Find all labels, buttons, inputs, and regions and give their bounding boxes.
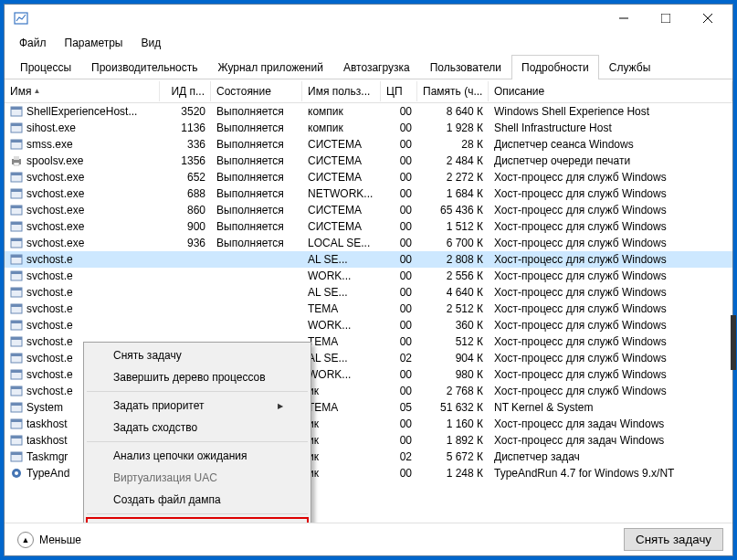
- process-name: svchost.e: [26, 335, 73, 348]
- cm-priority[interactable]: Задать приоритет: [86, 395, 309, 417]
- col-name[interactable]: Имя▲: [5, 81, 160, 101]
- table-row[interactable]: ShellExperienceHost...3520Выполняетсяком…: [5, 103, 732, 120]
- table-row[interactable]: svchost.eAL SE...002 808 КХост-процесс д…: [5, 251, 732, 268]
- process-pid: [160, 291, 211, 293]
- process-mem: 1 160 К: [417, 417, 489, 431]
- process-mem: 6 700 К: [417, 236, 489, 250]
- process-desc: Хост-процесс для задач Windows: [489, 417, 732, 431]
- table-row[interactable]: svchost.exe936ВыполняетсяLOCAL SE...006 …: [5, 235, 732, 251]
- chevron-up-icon: ▲: [17, 532, 34, 548]
- process-icon: [10, 368, 23, 381]
- end-task-button[interactable]: Снять задачу: [624, 528, 723, 551]
- process-pid: [160, 308, 211, 310]
- menu-view[interactable]: Вид: [133, 34, 168, 52]
- process-user: СИСТЕМА: [302, 153, 381, 168]
- process-desc: Windows Shell Experience Host: [489, 104, 732, 119]
- svg-rect-41: [11, 386, 22, 389]
- tab-details[interactable]: Подробности: [511, 55, 599, 79]
- tab-bar: Процессы Производительность Журнал прило…: [5, 54, 732, 79]
- table-row[interactable]: svchost.eWORK...002 556 КХост-процесс дл…: [5, 268, 732, 284]
- process-name: svchost.e: [26, 368, 73, 381]
- process-cpu: 05: [381, 400, 417, 415]
- table-row[interactable]: svchost.exe688ВыполняетсяNETWORK...001 6…: [5, 185, 732, 202]
- col-user[interactable]: Имя польз...: [302, 81, 381, 101]
- process-name: sihost.exe: [26, 122, 76, 134]
- footer: ▲ Меньше Снять задачу: [5, 523, 732, 555]
- tab-users[interactable]: Пользователи: [420, 55, 511, 79]
- process-mem: 28 К: [417, 137, 489, 152]
- col-state[interactable]: Состояние: [211, 81, 302, 101]
- process-mem: 2 768 К: [417, 384, 489, 398]
- process-icon: [10, 302, 23, 315]
- tab-processes[interactable]: Процессы: [10, 55, 81, 79]
- cm-analyze-wait[interactable]: Анализ цепочки ожидания: [86, 445, 309, 467]
- maximize-button[interactable]: [645, 5, 687, 32]
- col-pid[interactable]: ИД п...: [160, 81, 211, 101]
- process-mem: 8 640 К: [417, 104, 489, 119]
- edge-hint: [731, 315, 736, 370]
- process-mem: 904 К: [417, 351, 489, 365]
- process-mem: 2 484 К: [417, 153, 489, 168]
- process-mem: 360 К: [417, 318, 489, 333]
- menu-options[interactable]: Параметры: [58, 34, 131, 52]
- process-cpu: 00: [381, 186, 417, 201]
- table-row[interactable]: svchost.exe900ВыполняетсяСИСТЕМА001 512 …: [5, 218, 732, 235]
- process-icon: [10, 417, 23, 430]
- process-desc: Хост-процесс для служб Windows: [489, 351, 732, 365]
- svg-rect-8: [11, 123, 22, 126]
- col-mem[interactable]: Память (ч...: [417, 81, 489, 101]
- table-row[interactable]: spoolsv.exe1356ВыполняетсяСИСТЕМА002 484…: [5, 153, 732, 169]
- table-row[interactable]: smss.exe336ВыполняетсяСИСТЕМА0028 КДиспе…: [5, 136, 732, 153]
- process-mem: 1 928 К: [417, 121, 489, 135]
- process-name: svchost.e: [26, 385, 73, 397]
- process-cpu: 00: [381, 433, 417, 448]
- process-pid: 3520: [160, 104, 211, 119]
- tab-services[interactable]: Службы: [599, 55, 660, 79]
- process-cpu: 02: [381, 351, 417, 365]
- process-state: Выполняется: [211, 121, 302, 135]
- cm-end-tree[interactable]: Завершить дерево процессов: [86, 366, 309, 388]
- cm-end-task[interactable]: Снять задачу: [86, 344, 309, 366]
- svg-rect-12: [14, 156, 19, 160]
- process-desc: Хост-процесс для служб Windows: [489, 367, 732, 382]
- tab-app-history[interactable]: Журнал приложений: [208, 55, 333, 79]
- process-pid: 860: [160, 203, 211, 217]
- table-row[interactable]: svchost.exe652ВыполняетсяСИСТЕМА002 272 …: [5, 169, 732, 185]
- process-name: System: [26, 401, 63, 414]
- process-mem: 65 436 К: [417, 203, 489, 217]
- process-user: ик: [302, 433, 381, 448]
- process-user: NETWORK...: [302, 186, 381, 201]
- table-row[interactable]: svchost.eAL SE...004 640 КХост-процесс д…: [5, 284, 732, 301]
- close-button[interactable]: [687, 5, 729, 32]
- tab-startup[interactable]: Автозагрузка: [333, 55, 420, 79]
- process-icon: [10, 220, 23, 233]
- cm-affinity[interactable]: Задать сходство: [86, 417, 309, 438]
- process-cpu: 00: [381, 318, 417, 333]
- table-row[interactable]: svchost.eWORK...00360 КХост-процесс для …: [5, 317, 732, 333]
- cm-create-dump[interactable]: Создать файл дампа: [86, 489, 309, 511]
- process-icon: [10, 138, 23, 151]
- fewer-details-button[interactable]: ▲ Меньше: [14, 528, 85, 552]
- minimize-button[interactable]: [603, 5, 645, 32]
- process-user: LOCAL SE...: [302, 236, 381, 250]
- table-row[interactable]: sihost.exe1136Выполняетсякомпик001 928 К…: [5, 120, 732, 136]
- process-mem: 512 К: [417, 334, 489, 349]
- process-icon: [10, 171, 23, 184]
- svg-rect-17: [11, 189, 22, 192]
- col-desc[interactable]: Описание: [489, 81, 732, 101]
- menu-file[interactable]: Файл: [12, 34, 54, 52]
- task-manager-window: Файл Параметры Вид Процессы Производител…: [4, 4, 733, 556]
- process-name: svchost.e: [26, 352, 73, 365]
- process-name: svchost.exe: [26, 187, 84, 200]
- table-row[interactable]: svchost.eTEMA002 512 КХост-процесс для с…: [5, 301, 732, 317]
- cm-open-file-location[interactable]: Открыть расположение файла: [86, 517, 309, 523]
- table-row[interactable]: svchost.exe860ВыполняетсяСИСТЕМА0065 436…: [5, 202, 732, 218]
- svg-rect-45: [11, 419, 22, 422]
- svg-rect-25: [11, 255, 22, 258]
- tab-performance[interactable]: Производительность: [81, 55, 207, 79]
- process-cpu: 00: [381, 104, 417, 119]
- process-cpu: 00: [381, 384, 417, 398]
- process-state: [211, 324, 302, 326]
- col-cpu[interactable]: ЦП: [381, 81, 417, 101]
- process-pid: 1356: [160, 153, 211, 168]
